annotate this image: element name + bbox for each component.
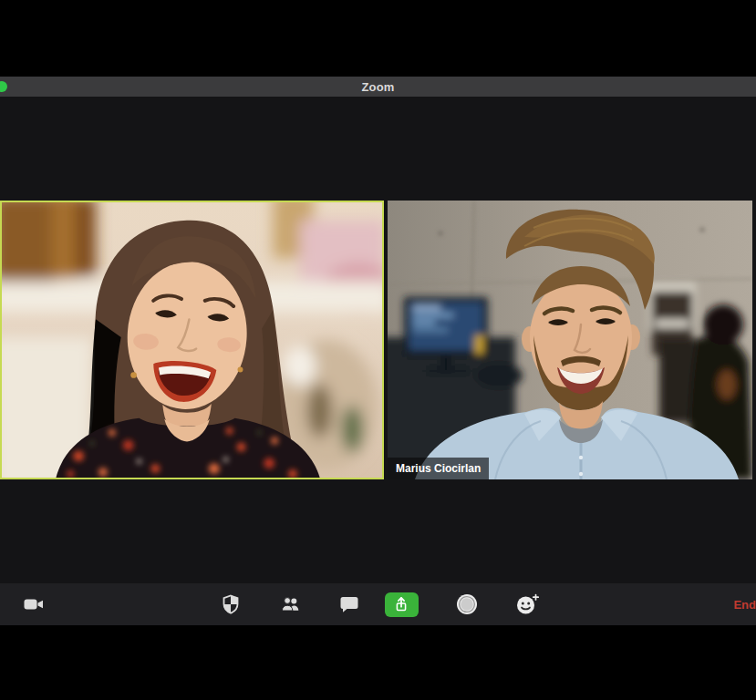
meeting-toolbar: End xyxy=(0,583,756,625)
share-screen-icon xyxy=(391,594,411,614)
video-tile-participant[interactable]: Marius Ciocirlan xyxy=(388,201,752,479)
chat-bubble-icon xyxy=(338,593,360,615)
participants-button[interactable] xyxy=(273,587,307,622)
traffic-light-green[interactable] xyxy=(0,81,7,92)
security-shield-icon xyxy=(220,593,242,615)
end-meeting-button[interactable]: End xyxy=(731,598,756,612)
participant-video-woman xyxy=(2,202,382,478)
record-icon xyxy=(455,592,479,616)
participant-name-label: Marius Ciocirlan xyxy=(388,458,489,479)
record-button[interactable] xyxy=(450,587,484,622)
reactions-button[interactable] xyxy=(510,587,544,622)
share-screen-button[interactable] xyxy=(384,587,419,622)
video-tile-active-speaker[interactable] xyxy=(0,201,384,479)
security-button[interactable] xyxy=(213,587,248,622)
letterbox-bottom xyxy=(0,625,756,700)
meeting-canvas: Marius Ciocirlan xyxy=(0,97,756,583)
chat-button[interactable] xyxy=(332,587,367,622)
letterbox-top xyxy=(0,0,756,77)
share-screen-pill xyxy=(385,592,419,617)
window-title: Zoom xyxy=(361,80,394,94)
video-camera-icon xyxy=(22,593,46,615)
reactions-smiley-icon xyxy=(515,593,540,615)
participants-icon xyxy=(279,593,302,615)
participant-video-man xyxy=(388,201,752,479)
window-titlebar: Zoom xyxy=(0,77,756,97)
stop-video-button[interactable] xyxy=(16,587,51,622)
